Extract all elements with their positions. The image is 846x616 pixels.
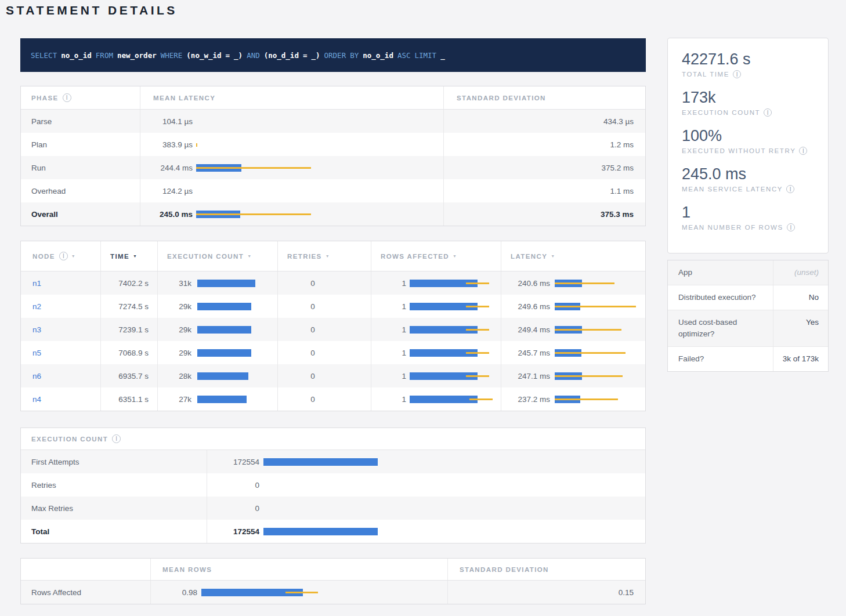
sort-arrow-icon: ▼ xyxy=(247,254,252,258)
execution-row-label: Retries xyxy=(21,473,207,497)
sql-keyword: AND xyxy=(247,51,260,60)
std-dev-value: 375.2 ms xyxy=(443,156,645,179)
value-with-bar-cell: 0 xyxy=(207,497,645,520)
value-with-bar-cell: 1 xyxy=(371,341,501,364)
node-link[interactable]: n2 xyxy=(32,302,41,311)
info-icon[interactable]: i xyxy=(63,93,71,102)
column-header-execution-count[interactable]: EXECUTION COUNT▼ xyxy=(157,241,277,271)
rows-affected-bar xyxy=(410,325,501,334)
time-value: 6351.1 s xyxy=(100,387,157,411)
table-row: n17402.2 s31k01240.6 ms xyxy=(21,271,645,295)
value-with-bar-cell: 172554 xyxy=(207,520,645,543)
phase-label: Parse xyxy=(21,110,140,133)
value-label: 29k xyxy=(162,349,191,357)
retries-value: 0 xyxy=(277,341,371,364)
value-with-bar-cell: 240.6 ms xyxy=(501,271,645,295)
detail-row: Distributed execution?No xyxy=(668,285,828,310)
sql-identifier: new_order xyxy=(117,51,157,60)
info-icon[interactable]: i xyxy=(59,252,68,260)
sort-arrow-icon: ▼ xyxy=(453,254,457,258)
summary-stat: 173kEXECUTION COUNTi xyxy=(682,88,828,117)
sort-arrow-icon: ▼ xyxy=(133,254,138,258)
value-with-bar-cell: 28k xyxy=(157,364,277,387)
std-dev-bar xyxy=(466,282,489,284)
execution-row-label: Max Retries xyxy=(21,497,207,520)
sql-keyword: SELECT xyxy=(31,51,57,60)
value-with-bar-cell: 124.2 µs xyxy=(140,179,443,202)
value-label: 383.9 µs xyxy=(145,140,193,149)
execution-count-header: EXECUTION COUNT i xyxy=(21,428,645,450)
info-icon[interactable]: i xyxy=(786,185,794,193)
execution-count-bar xyxy=(197,349,277,357)
execution-count-bar xyxy=(197,325,277,334)
info-icon[interactable]: i xyxy=(112,434,121,443)
page-title: STATEMENT DETAILS xyxy=(6,3,178,17)
table-row: Run244.4 ms375.2 ms xyxy=(21,156,645,179)
table-row: n66935.7 s28k01247.1 ms xyxy=(21,364,645,387)
detail-value: No xyxy=(773,285,828,310)
value-label: 104.1 µs xyxy=(145,117,193,126)
value-with-bar-cell: 104.1 µs xyxy=(140,110,443,133)
latency-bar xyxy=(555,279,645,288)
column-header-node[interactable]: NODEi▼ xyxy=(21,241,100,271)
stat-label-text: EXECUTION COUNT xyxy=(682,109,760,116)
execution-count-bar xyxy=(197,279,277,288)
value-with-bar-cell: 244.4 ms xyxy=(140,156,443,179)
detail-row: Failed?3k of 173k xyxy=(668,347,828,371)
std-dev-bar xyxy=(466,306,489,307)
execution-count-bar xyxy=(263,458,645,466)
std-dev-bar xyxy=(469,398,493,400)
value-label: 1 xyxy=(378,325,406,334)
value-label: 0 xyxy=(212,481,259,490)
retries-value: 0 xyxy=(277,364,371,387)
summary-stat: 1MEAN NUMBER OF ROWSi xyxy=(682,203,828,231)
value-label: 249.6 ms xyxy=(506,302,550,311)
mean-bar xyxy=(197,349,251,357)
rows-affected-table: MEAN ROWS STANDARD DEVIATION Rows Affect… xyxy=(20,558,646,604)
column-header-rows-affected[interactable]: ROWS AFFECTED▼ xyxy=(371,241,501,271)
info-icon[interactable]: i xyxy=(764,108,772,117)
value-label: 1 xyxy=(378,372,406,381)
mean-bar xyxy=(263,528,378,535)
phase-header-label: PHASE xyxy=(31,95,59,102)
execution-count-bar xyxy=(197,372,277,381)
value-with-bar-cell: 1 xyxy=(371,318,501,341)
node-link[interactable]: n6 xyxy=(32,372,41,381)
std-dev-bar xyxy=(466,375,489,377)
phase-table-header: PHASE i MEAN LATENCY STANDARD DEVIATION xyxy=(21,86,645,110)
rows-affected-bar xyxy=(410,302,501,311)
node-link[interactable]: n5 xyxy=(32,349,41,357)
sql-identifier: _) xyxy=(234,51,243,60)
node-link[interactable]: n3 xyxy=(32,325,41,334)
std-dev-bar xyxy=(196,167,311,169)
node-link[interactable]: n1 xyxy=(32,279,41,288)
execution-count-bar xyxy=(263,481,645,490)
summary-stat: 42271.6 sTOTAL TIMEi xyxy=(682,50,828,78)
node-link[interactable]: n4 xyxy=(32,395,41,404)
value-label: 1 xyxy=(378,302,406,311)
execution-count-table: EXECUTION COUNT i First Attempts172554Re… xyxy=(20,427,646,543)
detail-label: App xyxy=(668,260,773,285)
value-label: 237.2 ms xyxy=(506,395,550,404)
value-with-bar-cell: 383.9 µs xyxy=(140,133,443,156)
detail-label: Failed? xyxy=(668,347,773,371)
mean-bar xyxy=(197,280,255,287)
info-icon[interactable]: i xyxy=(787,223,795,231)
sql-identifier: = xyxy=(303,51,308,60)
stat-label-text: EXECUTED WITHOUT RETRY xyxy=(682,147,796,154)
std-dev-bar xyxy=(196,213,311,215)
mean-bar xyxy=(197,372,248,380)
column-header-retries[interactable]: RETRIES▼ xyxy=(277,241,371,271)
info-icon[interactable]: i xyxy=(799,147,807,155)
detail-value: (unset) xyxy=(773,260,828,285)
table-row: Overhead124.2 µs1.1 ms xyxy=(21,179,645,202)
table-row: n37239.1 s29k01249.4 ms xyxy=(21,318,645,341)
statement-details-card: App(unset)Distributed execution?NoUsed c… xyxy=(667,260,829,372)
column-header-time[interactable]: TIME▼ xyxy=(100,241,157,271)
info-icon[interactable]: i xyxy=(733,70,741,78)
stat-value: 42271.6 s xyxy=(682,50,828,69)
column-header-latency[interactable]: LATENCY▼ xyxy=(501,241,645,271)
value-label: 1 xyxy=(378,349,406,357)
mean-bar xyxy=(410,396,478,403)
detail-label: Used cost-based optimizer? xyxy=(668,310,773,346)
